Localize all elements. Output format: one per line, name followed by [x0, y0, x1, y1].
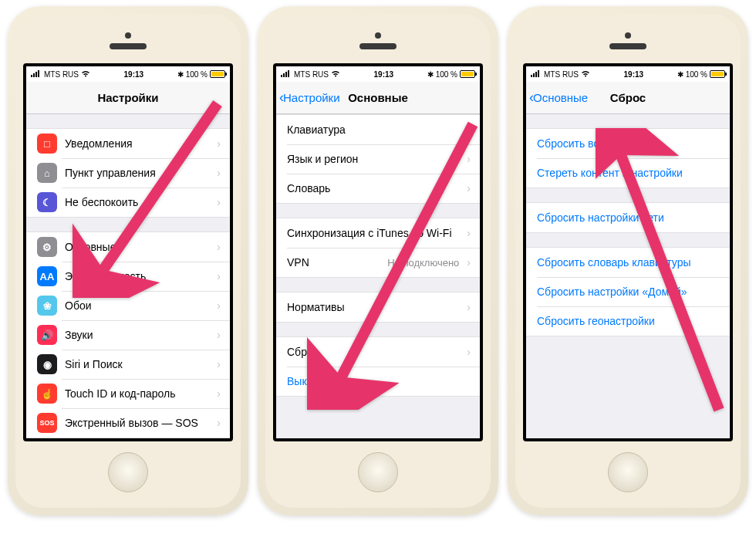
- battery-icon: [210, 70, 225, 78]
- nav-bar: ‹ Настройки Основные: [276, 82, 480, 114]
- home-button[interactable]: [608, 452, 648, 492]
- list-row[interactable]: Словарь›: [276, 174, 480, 203]
- list-row[interactable]: 🔊Звуки›: [26, 320, 230, 350]
- row-label: Клавиатура: [287, 123, 459, 136]
- clock: 19:13: [124, 70, 144, 79]
- list-row[interactable]: AAЭкран и яркость›: [26, 262, 230, 291]
- chevron-right-icon: ›: [467, 256, 471, 269]
- list-row[interactable]: ⚙Основные›: [26, 232, 230, 262]
- battery-percent: 100 %: [686, 70, 707, 79]
- svg-rect-12: [535, 72, 537, 77]
- list-group: □Уведомления›⌂Пункт управления›☾Не беспо…: [26, 128, 230, 218]
- list-row[interactable]: ☾Не беспокоить›: [26, 188, 230, 217]
- chevron-right-icon: ›: [217, 329, 221, 341]
- row-label: Нормативы: [287, 301, 459, 313]
- page-title: Настройки: [26, 91, 230, 104]
- app-icon: ☾: [37, 192, 57, 212]
- list-group: Клавиатура›Язык и регион›Словарь›: [276, 114, 480, 204]
- svg-rect-7: [285, 72, 287, 77]
- list-row[interactable]: ❀Обои›: [26, 291, 230, 320]
- screen-settings: MTS RUS 19:13 ✱ 100 % Нас: [26, 66, 230, 438]
- row-label: Siri и Поиск: [65, 358, 209, 370]
- list-row[interactable]: Стереть контент и настройки: [526, 158, 730, 188]
- svg-rect-1: [33, 73, 35, 77]
- list-group: Сброс›Выключить: [276, 336, 480, 397]
- battery-icon: [710, 70, 725, 78]
- back-label: Настройки: [283, 91, 340, 104]
- list-row[interactable]: Сбросить настройки сети: [526, 203, 730, 232]
- screen-reset: MTS RUS 19:13 ✱ 100 %: [526, 66, 730, 438]
- status-bar: MTS RUS 19:13 ✱ 100 %: [276, 66, 480, 82]
- app-icon: □: [37, 134, 57, 154]
- list-row[interactable]: Сбросить геонастройки: [526, 306, 730, 336]
- chevron-right-icon: ›: [467, 123, 471, 136]
- row-label: Экран и яркость: [65, 270, 209, 282]
- home-button[interactable]: [108, 452, 148, 492]
- list-row[interactable]: ⌂Пункт управления›: [26, 158, 230, 188]
- list-row[interactable]: ◉Siri и Поиск›: [26, 350, 230, 379]
- status-bar: MTS RUS 19:13 ✱ 100 %: [526, 66, 730, 82]
- phone-1: MTS RUS 19:13 ✱ 100 % Нас: [8, 6, 248, 515]
- list-row[interactable]: SOSЭкстренный вызов — SOS›: [26, 408, 230, 438]
- app-icon: ☝: [37, 384, 57, 404]
- bluetooth-icon: ✱: [177, 70, 184, 79]
- row-detail: Не подключено: [387, 257, 459, 269]
- row-label: Синхронизация с iTunes по Wi-Fi: [287, 227, 459, 239]
- list-row[interactable]: VPNНе подключено›: [276, 248, 480, 277]
- list-row[interactable]: Сбросить словарь клавиатуры: [526, 248, 730, 277]
- list-group: ⚙Основные›AAЭкран и яркость›❀Обои›🔊Звуки…: [26, 232, 230, 438]
- chevron-right-icon: ›: [217, 241, 221, 253]
- row-label: Сбросить настройки сети: [537, 211, 721, 224]
- list-row[interactable]: Сбросить настройки «Домой»: [526, 277, 730, 306]
- svg-rect-5: [281, 75, 282, 77]
- carrier-label: MTS RUS: [544, 70, 579, 79]
- battery-percent: 100 %: [436, 70, 457, 79]
- row-label: Выключить: [287, 375, 471, 387]
- svg-rect-11: [533, 73, 535, 77]
- row-label: Сбросить словарь клавиатуры: [537, 256, 721, 269]
- row-label: Экстренный вызов — SOS: [65, 417, 209, 429]
- row-label: Сбросить настройки «Домой»: [537, 286, 721, 298]
- chevron-right-icon: ›: [467, 227, 471, 239]
- list-row[interactable]: Сброс›: [276, 337, 480, 367]
- app-icon: ⚙: [37, 237, 57, 257]
- list-group: Нормативы›: [276, 292, 480, 323]
- chevron-right-icon: ›: [217, 299, 221, 312]
- signal-icon: [281, 69, 292, 79]
- list-row[interactable]: Язык и регион›: [276, 144, 480, 174]
- svg-rect-8: [288, 70, 289, 77]
- row-label: Словарь: [287, 182, 459, 194]
- chevron-right-icon: ›: [217, 270, 221, 282]
- list-row[interactable]: Сбросить все настройки: [526, 129, 730, 158]
- three-phone-layout: MTS RUS 19:13 ✱ 100 % Нас: [0, 0, 756, 522]
- back-button[interactable]: ‹ Настройки: [276, 90, 340, 106]
- nav-bar: Настройки: [26, 82, 230, 114]
- app-icon: SOS: [37, 413, 57, 433]
- carrier-label: MTS RUS: [294, 70, 329, 79]
- app-icon: ❀: [37, 296, 57, 316]
- wifi-icon: [331, 70, 340, 79]
- list-row[interactable]: Синхронизация с iTunes по Wi-Fi›: [276, 218, 480, 248]
- row-label: Язык и регион: [287, 153, 459, 165]
- chevron-right-icon: ›: [217, 358, 221, 370]
- home-button[interactable]: [358, 452, 398, 492]
- list-row[interactable]: Клавиатура›: [276, 115, 480, 144]
- svg-rect-0: [31, 75, 32, 77]
- back-button[interactable]: ‹ Основные: [526, 90, 588, 106]
- list-row[interactable]: ☝Touch ID и код-пароль›: [26, 379, 230, 408]
- bluetooth-icon: ✱: [677, 70, 683, 79]
- app-icon: AA: [37, 266, 57, 286]
- row-label: Touch ID и код-пароль: [65, 387, 209, 400]
- chevron-right-icon: ›: [217, 196, 221, 208]
- signal-icon: [531, 69, 542, 79]
- row-label: Сброс: [287, 346, 459, 358]
- row-label: Не беспокоить: [65, 196, 209, 208]
- list-row[interactable]: Нормативы›: [276, 292, 480, 322]
- svg-rect-2: [35, 72, 37, 77]
- list-row[interactable]: □Уведомления›: [26, 129, 230, 158]
- chevron-right-icon: ›: [467, 153, 471, 165]
- svg-rect-6: [283, 73, 285, 77]
- list-row[interactable]: Выключить: [276, 367, 480, 396]
- chevron-right-icon: ›: [467, 301, 471, 313]
- row-label: Пункт управления: [65, 167, 209, 179]
